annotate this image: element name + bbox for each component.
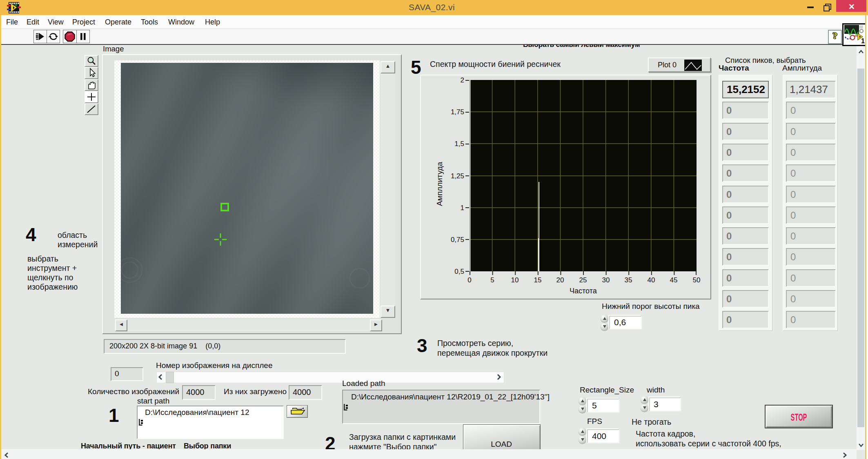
svg-text:1: 1 bbox=[861, 38, 865, 44]
